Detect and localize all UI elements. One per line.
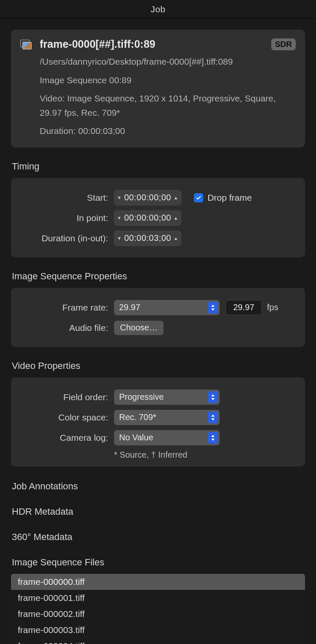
- fieldorder-label: Field order:: [19, 392, 108, 402]
- section-360[interactable]: 360° Metadata: [12, 532, 305, 543]
- job-sequence: Image Sequence 00:89: [40, 73, 296, 87]
- updown-icon: [208, 302, 218, 314]
- window-title: Job: [0, 0, 316, 19]
- start-timecode[interactable]: ▾ 00:00:00;00 ▴: [114, 190, 181, 205]
- updown-icon: [208, 412, 218, 423]
- framerate-numfield[interactable]: 29.97: [226, 300, 262, 315]
- framerate-label: Frame rate:: [19, 303, 108, 313]
- isp-block: Frame rate: 29.97 29.97 fps Audio file: …: [11, 288, 305, 347]
- image-sequence-icon: [20, 40, 31, 49]
- in-point-label: In point:: [19, 213, 108, 223]
- framerate-select[interactable]: 29.97: [114, 300, 220, 315]
- fps-unit: fps: [267, 303, 278, 312]
- drop-frame-label: Drop frame: [207, 193, 252, 203]
- section-vp: Video Properties: [12, 360, 305, 371]
- job-filename: frame-0000[##].tiff:0:89: [40, 38, 263, 50]
- drop-frame-checkbox[interactable]: [194, 193, 203, 202]
- inspector-panel: frame-0000[##].tiff:0:89 SDR /Users/dann…: [0, 19, 316, 644]
- duration-label: Duration (in-out):: [19, 233, 108, 243]
- title-text: Job: [151, 4, 166, 14]
- start-label: Start:: [19, 193, 108, 203]
- colorspace-select[interactable]: Rec. 709*: [114, 410, 220, 425]
- list-item[interactable]: frame-000000.tiff: [11, 574, 305, 590]
- fieldorder-select[interactable]: Progressive: [114, 390, 220, 405]
- in-point-timecode[interactable]: ▾ 00:00:00;00 ▴: [114, 210, 181, 226]
- job-duration: Duration: 00:00:03;00: [40, 124, 296, 138]
- vp-block: Field order: Progressive Color space: Re…: [11, 377, 305, 467]
- updown-icon: [208, 391, 218, 403]
- chevron-down-icon[interactable]: ▾: [118, 235, 121, 241]
- chevron-up-icon[interactable]: ▴: [174, 195, 177, 200]
- list-item[interactable]: frame-000001.tiff: [11, 590, 305, 606]
- choose-audio-button[interactable]: Choose…: [114, 321, 163, 335]
- list-item[interactable]: frame-000004.tiff: [11, 638, 305, 644]
- chevron-down-icon[interactable]: ▾: [118, 195, 121, 200]
- colorspace-label: Color space:: [19, 412, 108, 423]
- section-annotations[interactable]: Job Annotations: [12, 481, 305, 492]
- timing-block: Start: ▾ 00:00:00;00 ▴ Drop frame In poi…: [11, 178, 305, 257]
- audiofile-label: Audio file:: [19, 323, 108, 333]
- section-hdr[interactable]: HDR Metadata: [12, 506, 305, 517]
- job-path: /Users/dannyrico/Desktop/frame-0000[##].…: [40, 55, 296, 69]
- list-item[interactable]: frame-000003.tiff: [11, 622, 305, 638]
- sdr-badge: SDR: [271, 38, 296, 50]
- cameralog-label: Camera log:: [19, 433, 108, 443]
- job-video-props: Video: Image Sequence, 1920 x 1014, Prog…: [40, 91, 296, 120]
- cameralog-select[interactable]: No Value: [114, 430, 220, 445]
- chevron-up-icon[interactable]: ▴: [174, 235, 177, 241]
- duration-timecode[interactable]: ▾ 00:00:03;00 ▴: [114, 231, 181, 246]
- source-inferred-footnote: * Source, † Inferred: [114, 450, 297, 460]
- chevron-up-icon[interactable]: ▴: [174, 215, 177, 221]
- section-isf: Image Sequence Files: [12, 557, 305, 568]
- section-isp: Image Sequence Properties: [12, 271, 305, 282]
- image-sequence-file-list[interactable]: frame-000000.tiff frame-000001.tiff fram…: [11, 574, 305, 644]
- section-timing: Timing: [12, 161, 305, 172]
- list-item[interactable]: frame-000002.tiff: [11, 606, 305, 622]
- chevron-down-icon[interactable]: ▾: [118, 215, 121, 221]
- job-card: frame-0000[##].tiff:0:89 SDR /Users/dann…: [11, 30, 305, 147]
- updown-icon: [208, 432, 218, 444]
